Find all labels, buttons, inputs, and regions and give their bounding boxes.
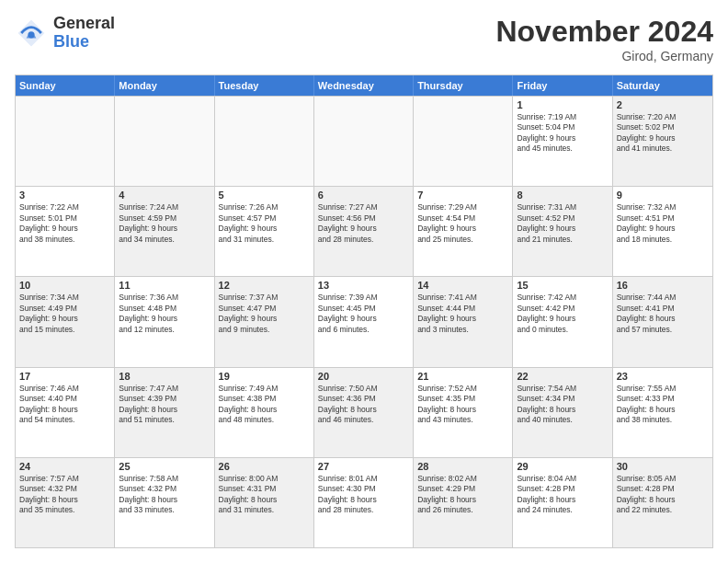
calendar-cell-23: 23Sunrise: 7:55 AM Sunset: 4:33 PM Dayli…: [613, 368, 712, 457]
calendar-cell-20: 20Sunrise: 7:50 AM Sunset: 4:36 PM Dayli…: [314, 368, 414, 457]
day-info: Sunrise: 7:36 AM Sunset: 4:48 PM Dayligh…: [119, 293, 210, 335]
calendar-cell-empty-0-3: [314, 97, 414, 186]
day-info: Sunrise: 7:52 AM Sunset: 4:35 PM Dayligh…: [417, 384, 508, 426]
day-number: 8: [517, 190, 608, 201]
calendar-cell-29: 29Sunrise: 8:04 AM Sunset: 4:28 PM Dayli…: [513, 458, 612, 547]
day-number: 3: [19, 190, 110, 201]
day-info: Sunrise: 7:41 AM Sunset: 4:44 PM Dayligh…: [417, 293, 508, 335]
calendar-cell-empty-0-1: [115, 97, 214, 186]
day-number: 12: [219, 280, 310, 291]
calendar-cell-4: 4Sunrise: 7:24 AM Sunset: 4:59 PM Daylig…: [115, 187, 214, 276]
logo-icon: [15, 17, 48, 50]
calendar-cell-3: 3Sunrise: 7:22 AM Sunset: 5:01 PM Daylig…: [16, 187, 115, 276]
calendar: SundayMondayTuesdayWednesdayThursdayFrid…: [15, 75, 713, 548]
day-info: Sunrise: 7:46 AM Sunset: 4:40 PM Dayligh…: [19, 384, 110, 426]
day-number: 6: [318, 190, 409, 201]
logo-blue: Blue: [53, 33, 115, 52]
day-info: Sunrise: 7:54 AM Sunset: 4:34 PM Dayligh…: [517, 384, 608, 426]
day-info: Sunrise: 7:44 AM Sunset: 4:41 PM Dayligh…: [617, 293, 709, 335]
day-number: 5: [219, 190, 310, 201]
calendar-cell-5: 5Sunrise: 7:26 AM Sunset: 4:57 PM Daylig…: [215, 187, 314, 276]
day-number: 2: [617, 99, 709, 110]
page: General Blue November 2024 Girod, German…: [0, 0, 728, 563]
day-info: Sunrise: 7:49 AM Sunset: 4:38 PM Dayligh…: [219, 384, 310, 426]
calendar-row-0: 1Sunrise: 7:19 AM Sunset: 5:04 PM Daylig…: [16, 96, 712, 186]
day-info: Sunrise: 7:22 AM Sunset: 5:01 PM Dayligh…: [19, 202, 110, 245]
weekday-header-monday: Monday: [115, 75, 214, 96]
calendar-cell-22: 22Sunrise: 7:54 AM Sunset: 4:34 PM Dayli…: [513, 368, 612, 457]
calendar-cell-2: 2Sunrise: 7:20 AM Sunset: 5:02 PM Daylig…: [613, 97, 712, 186]
day-info: Sunrise: 7:20 AM Sunset: 5:02 PM Dayligh…: [617, 112, 709, 155]
day-info: Sunrise: 8:00 AM Sunset: 4:31 PM Dayligh…: [219, 474, 310, 516]
calendar-cell-10: 10Sunrise: 7:34 AM Sunset: 4:49 PM Dayli…: [16, 277, 115, 366]
calendar-cell-8: 8Sunrise: 7:31 AM Sunset: 4:52 PM Daylig…: [513, 187, 612, 276]
title-section: November 2024 Girod, Germany: [495, 15, 713, 63]
day-info: Sunrise: 7:31 AM Sunset: 4:52 PM Dayligh…: [517, 202, 608, 245]
calendar-cell-25: 25Sunrise: 7:58 AM Sunset: 4:32 PM Dayli…: [115, 458, 214, 547]
calendar-cell-9: 9Sunrise: 7:32 AM Sunset: 4:51 PM Daylig…: [613, 187, 712, 276]
calendar-cell-15: 15Sunrise: 7:42 AM Sunset: 4:42 PM Dayli…: [513, 277, 612, 366]
day-info: Sunrise: 7:39 AM Sunset: 4:45 PM Dayligh…: [318, 293, 409, 335]
day-info: Sunrise: 7:47 AM Sunset: 4:39 PM Dayligh…: [119, 384, 210, 426]
calendar-cell-13: 13Sunrise: 7:39 AM Sunset: 4:45 PM Dayli…: [314, 277, 414, 366]
day-info: Sunrise: 8:05 AM Sunset: 4:28 PM Dayligh…: [617, 474, 709, 516]
calendar-body: 1Sunrise: 7:19 AM Sunset: 5:04 PM Daylig…: [16, 96, 712, 547]
calendar-cell-empty-0-0: [16, 97, 115, 186]
day-number: 29: [517, 461, 608, 472]
logo-text: General Blue: [53, 15, 115, 52]
day-number: 1: [517, 99, 608, 110]
month-title: November 2024: [495, 15, 713, 49]
day-info: Sunrise: 8:02 AM Sunset: 4:29 PM Dayligh…: [417, 474, 508, 516]
svg-point-1: [28, 31, 34, 38]
day-info: Sunrise: 7:27 AM Sunset: 4:56 PM Dayligh…: [318, 202, 409, 245]
day-info: Sunrise: 8:01 AM Sunset: 4:30 PM Dayligh…: [318, 474, 409, 516]
calendar-cell-19: 19Sunrise: 7:49 AM Sunset: 4:38 PM Dayli…: [215, 368, 314, 457]
calendar-cell-18: 18Sunrise: 7:47 AM Sunset: 4:39 PM Dayli…: [115, 368, 214, 457]
calendar-cell-28: 28Sunrise: 8:02 AM Sunset: 4:29 PM Dayli…: [414, 458, 513, 547]
day-number: 26: [219, 461, 310, 472]
calendar-cell-21: 21Sunrise: 7:52 AM Sunset: 4:35 PM Dayli…: [414, 368, 513, 457]
calendar-cell-14: 14Sunrise: 7:41 AM Sunset: 4:44 PM Dayli…: [414, 277, 513, 366]
day-number: 22: [517, 371, 608, 382]
calendar-cell-24: 24Sunrise: 7:57 AM Sunset: 4:32 PM Dayli…: [16, 458, 115, 547]
header: General Blue November 2024 Girod, German…: [15, 15, 713, 63]
day-info: Sunrise: 7:58 AM Sunset: 4:32 PM Dayligh…: [119, 474, 210, 516]
day-number: 20: [318, 371, 409, 382]
calendar-cell-6: 6Sunrise: 7:27 AM Sunset: 4:56 PM Daylig…: [314, 187, 414, 276]
calendar-cell-30: 30Sunrise: 8:05 AM Sunset: 4:28 PM Dayli…: [613, 458, 712, 547]
day-number: 24: [19, 461, 110, 472]
day-number: 19: [219, 371, 310, 382]
day-info: Sunrise: 7:24 AM Sunset: 4:59 PM Dayligh…: [119, 202, 210, 245]
day-info: Sunrise: 7:19 AM Sunset: 5:04 PM Dayligh…: [517, 112, 608, 155]
day-info: Sunrise: 7:29 AM Sunset: 4:54 PM Dayligh…: [417, 202, 508, 245]
day-number: 16: [617, 280, 709, 291]
day-number: 30: [617, 461, 709, 472]
day-number: 18: [119, 371, 210, 382]
day-info: Sunrise: 8:04 AM Sunset: 4:28 PM Dayligh…: [517, 474, 608, 516]
day-info: Sunrise: 7:26 AM Sunset: 4:57 PM Dayligh…: [219, 202, 310, 245]
calendar-row-1: 3Sunrise: 7:22 AM Sunset: 5:01 PM Daylig…: [16, 186, 712, 276]
calendar-row-4: 24Sunrise: 7:57 AM Sunset: 4:32 PM Dayli…: [16, 457, 712, 547]
calendar-cell-16: 16Sunrise: 7:44 AM Sunset: 4:41 PM Dayli…: [613, 277, 712, 366]
weekday-header-friday: Friday: [513, 75, 612, 96]
day-number: 14: [417, 280, 508, 291]
calendar-header: SundayMondayTuesdayWednesdayThursdayFrid…: [16, 75, 712, 96]
calendar-cell-26: 26Sunrise: 8:00 AM Sunset: 4:31 PM Dayli…: [215, 458, 314, 547]
day-number: 25: [119, 461, 210, 472]
logo-general: General: [53, 15, 115, 33]
day-number: 13: [318, 280, 409, 291]
day-info: Sunrise: 7:55 AM Sunset: 4:33 PM Dayligh…: [617, 384, 709, 426]
weekday-header-thursday: Thursday: [414, 75, 513, 96]
logo: General Blue: [15, 15, 115, 52]
day-number: 21: [417, 371, 508, 382]
calendar-cell-11: 11Sunrise: 7:36 AM Sunset: 4:48 PM Dayli…: [115, 277, 214, 366]
weekday-header-saturday: Saturday: [613, 75, 712, 96]
calendar-row-3: 17Sunrise: 7:46 AM Sunset: 4:40 PM Dayli…: [16, 367, 712, 457]
day-number: 7: [417, 190, 508, 201]
calendar-cell-empty-0-2: [215, 97, 314, 186]
calendar-cell-17: 17Sunrise: 7:46 AM Sunset: 4:40 PM Dayli…: [16, 368, 115, 457]
weekday-header-wednesday: Wednesday: [314, 75, 414, 96]
day-number: 11: [119, 280, 210, 291]
day-number: 28: [417, 461, 508, 472]
day-number: 27: [318, 461, 409, 472]
